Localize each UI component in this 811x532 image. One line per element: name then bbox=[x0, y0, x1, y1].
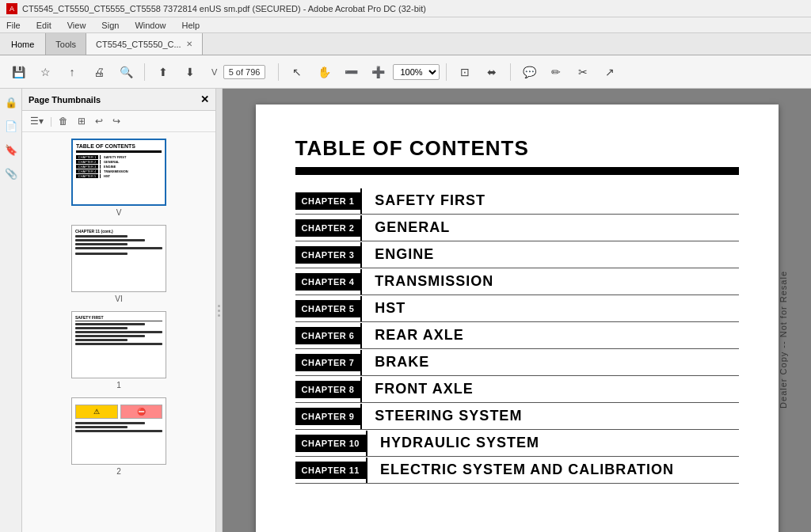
toc-title: TABLE OF CONTENTS bbox=[295, 136, 739, 161]
thumb-2[interactable]: ⚠ ⛔ 2 bbox=[29, 397, 209, 476]
toc-row[interactable]: CHAPTER 9 STEERING SYSTEM bbox=[295, 403, 739, 430]
chapter-badge: CHAPTER 7 bbox=[295, 354, 361, 371]
chapter-title: FRONT AXLE bbox=[362, 376, 473, 402]
toc-row[interactable]: CHAPTER 11 ELECTRIC SYSTEM AND CALIBRATI… bbox=[295, 457, 739, 484]
toc-row[interactable]: CHAPTER 6 REAR AXLE bbox=[295, 322, 739, 349]
zoom-select[interactable]: 100% bbox=[393, 64, 440, 80]
app-icon: A bbox=[6, 3, 17, 14]
chapter-title: ENGINE bbox=[362, 241, 434, 268]
chapter-title: HYDRAULIC SYSTEM bbox=[367, 430, 539, 456]
thumb-vi[interactable]: CHAPTER 11 (cont.) VI bbox=[29, 225, 209, 303]
tab-tools-label: Tools bbox=[55, 40, 76, 49]
chapter-title: SAFETY FIRST bbox=[362, 188, 485, 214]
chapter-title: REAR AXLE bbox=[362, 322, 463, 348]
bookmark-button[interactable]: ☆ bbox=[33, 60, 57, 84]
sidebar-extract-button[interactable]: ⊞ bbox=[74, 114, 89, 128]
prev-page-button[interactable]: ⬆ bbox=[151, 60, 175, 84]
menu-bar: File Edit View Sign Window Help bbox=[0, 17, 811, 33]
tab-bar: Home Tools CT5545_CT5550_C... ✕ bbox=[0, 33, 811, 55]
share2-button[interactable]: ↗ bbox=[598, 60, 622, 84]
chapter-title: HST bbox=[362, 295, 406, 321]
toc-row[interactable]: CHAPTER 5 HST bbox=[295, 295, 739, 322]
toc-row[interactable]: CHAPTER 7 BRAKE bbox=[295, 349, 739, 376]
toolbar: 💾 ☆ ↑ 🖨 🔍 ⬆ ⬇ V 5 of 796 ↖ ✋ ➖ ➕ 100% ⊡ … bbox=[0, 55, 811, 89]
chapter-title: TRANSMISSION bbox=[362, 268, 493, 294]
zoom-out-button[interactable]: ➖ bbox=[339, 60, 363, 84]
thumb-1[interactable]: SAFETY FIRST 1 bbox=[29, 311, 209, 390]
panel-splitter[interactable] bbox=[216, 89, 223, 532]
next-page-button[interactable]: ⬇ bbox=[178, 60, 202, 84]
chapter-badge: CHAPTER 9 bbox=[295, 408, 361, 425]
sidebar-title: Page Thumbnails bbox=[29, 95, 101, 104]
thumb-vi-box: CHAPTER 11 (cont.) bbox=[71, 225, 166, 292]
chapter-title: ELECTRIC SYSTEM AND CALIBRATION bbox=[367, 457, 674, 483]
menu-edit[interactable]: Edit bbox=[33, 19, 55, 32]
toc-divider bbox=[295, 167, 739, 175]
sidebar-undo-button[interactable]: ↩ bbox=[92, 114, 106, 128]
watermark: Dealer Copy -- Not for Resale bbox=[779, 271, 788, 408]
title-text: CT5545_CT5550_CT5555_CT5558 7372814 enUS… bbox=[22, 4, 426, 13]
page-thumbnails-icon[interactable]: 📄 bbox=[2, 117, 20, 135]
sidebar-redo-button[interactable]: ↪ bbox=[109, 114, 124, 128]
sidebar-toolbar: ☰▾ | 🗑 ⊞ ↩ ↪ bbox=[22, 111, 215, 132]
tab-document[interactable]: CT5545_CT5550_C... ✕ bbox=[86, 33, 203, 55]
toc-row[interactable]: CHAPTER 10 HYDRAULIC SYSTEM bbox=[295, 430, 739, 457]
zoom-in-button[interactable]: ➕ bbox=[366, 60, 390, 84]
page-info[interactable]: 5 of 796 bbox=[223, 65, 266, 79]
chapter-badge: CHAPTER 2 bbox=[295, 219, 361, 237]
menu-help[interactable]: Help bbox=[179, 19, 204, 32]
page-document: TABLE OF CONTENTS CHAPTER 1 SAFETY FIRST… bbox=[256, 104, 779, 532]
chapter-badge: CHAPTER 4 bbox=[295, 273, 361, 291]
select-tool[interactable]: ↖ bbox=[285, 60, 309, 84]
redact-button[interactable]: ✂ bbox=[571, 60, 595, 84]
menu-sign[interactable]: Sign bbox=[98, 19, 122, 32]
toc-row[interactable]: CHAPTER 1 SAFETY FIRST bbox=[295, 188, 739, 215]
thumb-vi-label: VI bbox=[115, 294, 122, 303]
bookmarks-icon[interactable]: 🔖 bbox=[2, 141, 20, 158]
page-label-v: V bbox=[211, 67, 217, 77]
save-button[interactable]: 💾 bbox=[6, 60, 30, 84]
sidebar-delete-button[interactable]: 🗑 bbox=[55, 114, 71, 128]
doc-area[interactable]: TABLE OF CONTENTS CHAPTER 1 SAFETY FIRST… bbox=[223, 89, 811, 532]
tab-close-button[interactable]: ✕ bbox=[186, 40, 192, 48]
tab-home[interactable]: Home bbox=[0, 33, 46, 55]
chapters-container: CHAPTER 1 SAFETY FIRST CHAPTER 2 GENERAL… bbox=[295, 188, 739, 484]
toc-row[interactable]: CHAPTER 3 ENGINE bbox=[295, 241, 739, 268]
thumb-v-label: V bbox=[116, 208, 122, 217]
share-button[interactable]: ↑ bbox=[60, 60, 84, 84]
thumb-v-box: TABLE OF CONTENTS CHAPTER 1 SAFETY FIRST… bbox=[71, 139, 166, 206]
fit-width-button[interactable]: ⬌ bbox=[480, 60, 504, 84]
toc-row[interactable]: CHAPTER 2 GENERAL bbox=[295, 215, 739, 241]
edit-button[interactable]: ✏ bbox=[544, 60, 568, 84]
menu-file[interactable]: File bbox=[3, 19, 24, 32]
chapter-badge: CHAPTER 5 bbox=[295, 300, 361, 317]
thumb-1-box: SAFETY FIRST bbox=[71, 311, 166, 378]
sidebar-close-button[interactable]: ✕ bbox=[200, 93, 209, 105]
attachments-icon[interactable]: 📎 bbox=[2, 165, 20, 182]
sidebar: Page Thumbnails ✕ ☰▾ | 🗑 ⊞ ↩ ↪ TABLE OF … bbox=[22, 89, 216, 532]
pan-tool[interactable]: ✋ bbox=[312, 60, 336, 84]
thumb-2-box: ⚠ ⛔ bbox=[71, 397, 166, 465]
menu-view[interactable]: View bbox=[64, 19, 89, 32]
comment-button[interactable]: 💬 bbox=[517, 60, 541, 84]
chapter-badge: CHAPTER 11 bbox=[295, 462, 366, 479]
tab-home-label: Home bbox=[11, 40, 34, 49]
toc-row[interactable]: CHAPTER 4 TRANSMISSION bbox=[295, 268, 739, 295]
toc-row[interactable]: CHAPTER 8 FRONT AXLE bbox=[295, 376, 739, 403]
thumb-v[interactable]: TABLE OF CONTENTS CHAPTER 1 SAFETY FIRST… bbox=[29, 139, 209, 217]
chapter-badge: CHAPTER 6 bbox=[295, 327, 361, 344]
sidebar-options-button[interactable]: ☰▾ bbox=[27, 114, 47, 128]
menu-window[interactable]: Window bbox=[131, 19, 169, 32]
search-button[interactable]: 🔍 bbox=[114, 60, 138, 84]
toolbar-separator-3 bbox=[446, 63, 447, 81]
chapter-badge: CHAPTER 3 bbox=[295, 246, 361, 264]
toolbar-separator-2 bbox=[278, 63, 279, 81]
chapter-title: BRAKE bbox=[362, 349, 429, 375]
thumb-1-label: 1 bbox=[116, 381, 121, 390]
print-button[interactable]: 🖨 bbox=[87, 60, 111, 84]
sidebar-header: Page Thumbnails ✕ bbox=[22, 89, 215, 111]
chapter-badge: CHAPTER 8 bbox=[295, 381, 361, 398]
chapter-badge: CHAPTER 1 bbox=[295, 192, 361, 210]
fit-page-button[interactable]: ⊡ bbox=[453, 60, 477, 84]
tab-tools[interactable]: Tools bbox=[46, 33, 86, 55]
